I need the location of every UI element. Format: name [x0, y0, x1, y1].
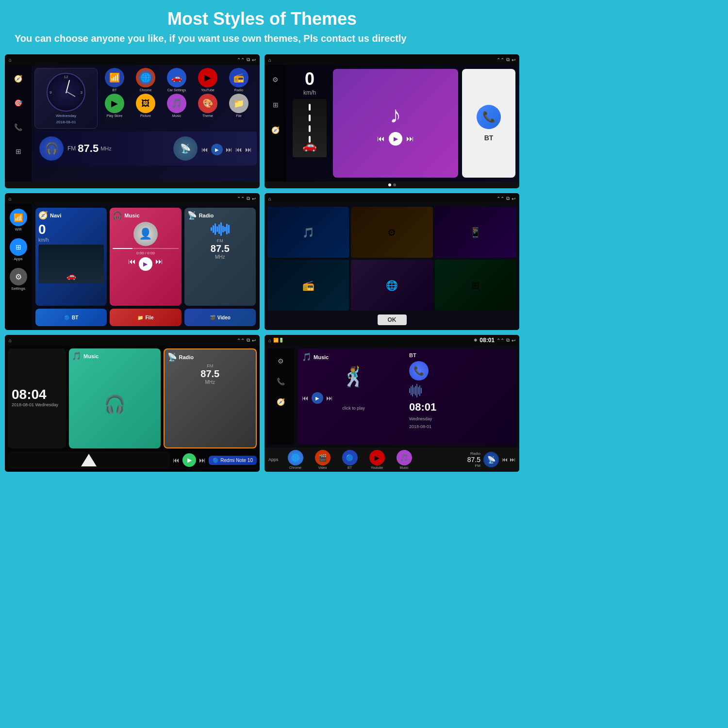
theme-thumb-6[interactable]: ⊞ [435, 260, 516, 311]
home-icon-6[interactable]: ⌂ [268, 338, 271, 343]
radio-widget-s5[interactable]: 📡 Radio FM 87.5 MHz [164, 348, 257, 448]
s6-settings-icon[interactable]: ⚙ [273, 353, 289, 369]
settings-icon-s3[interactable]: ⚙ [10, 268, 27, 285]
picture-icon-circle: 🖼 [136, 94, 155, 113]
app-play-store[interactable]: ▶ Play Store [100, 94, 129, 117]
app-radio[interactable]: 📻 Radio [225, 68, 253, 92]
mc-prev-btn[interactable]: ⏮ [377, 134, 385, 143]
window-icon[interactable]: ⧉ [247, 57, 250, 63]
dock-video[interactable]: 🎬 Video [311, 450, 335, 469]
navi-icon-s2[interactable]: 🧭 [268, 122, 283, 138]
s5-prev-btn[interactable]: ⏮ [173, 456, 180, 464]
music-title-row-2: 🎧 Music [113, 211, 178, 220]
expand-icon-6[interactable]: ⌃⌃ [496, 338, 504, 343]
app-car-settings[interactable]: 🚗 Car Settings [163, 68, 191, 92]
back-icon-5[interactable]: ↩ [252, 338, 256, 343]
play-btn[interactable]: ▶ [211, 144, 223, 155]
mc-next-btn[interactable]: ⏭ [406, 134, 414, 143]
dock-music-icon: 🎵 [397, 450, 412, 465]
phone-icon-bt[interactable]: 📞 [477, 105, 501, 129]
s6-music-click[interactable]: click to play [302, 406, 405, 411]
navi-sidebar-icon[interactable]: 🧭 [11, 71, 26, 86]
back-icon[interactable]: ↩ [252, 57, 256, 63]
theme-thumb-3[interactable]: 📱 [435, 207, 516, 258]
prev-btn-2[interactable]: ⏮ [235, 146, 242, 153]
expand-icon-3[interactable]: ⌃⌃ [237, 196, 245, 201]
expand-icon-2[interactable]: ⌃⌃ [496, 57, 504, 63]
back-icon-3[interactable]: ↩ [252, 196, 256, 201]
music-card-purple[interactable]: ♪ ⏮ ▶ ⏭ [333, 69, 458, 178]
mc-play-btn[interactable]: ▶ [389, 132, 402, 146]
dock-radio-icon[interactable]: 📡 [483, 452, 499, 467]
app-chrome[interactable]: 🌐 Chrome [132, 68, 160, 92]
prev-track-btn[interactable]: ⏮ [201, 146, 208, 153]
theme-thumb-5[interactable]: 🌐 [351, 260, 432, 311]
s6-next-btn[interactable]: ⏭ [326, 394, 333, 402]
dock-youtube[interactable]: ▶ Youtube [365, 450, 389, 469]
s5-next-btn[interactable]: ⏭ [199, 456, 206, 464]
home-icon-4[interactable]: ⌂ [268, 196, 271, 201]
theme-thumb-4[interactable]: 📻 [267, 260, 349, 311]
dock-chrome[interactable]: 🌐 Chrome [283, 450, 308, 469]
dock-prev-btn[interactable]: ⏮ [502, 456, 508, 463]
window-icon-6[interactable]: ⧉ [506, 337, 510, 343]
settings-sidebar-icon[interactable]: 🎯 [11, 95, 26, 111]
grid-sidebar-icon[interactable]: ⊞ [11, 144, 26, 159]
settings-icon-s2[interactable]: ⚙ [268, 72, 283, 87]
screen-card-4: ⌂ ⌃⌃ ⧉ ↩ 🎵 ⚙ 📱 📻 [265, 193, 519, 330]
music-icon-s5: 🎵 [72, 351, 82, 361]
next-track-btn[interactable]: ⏭ [226, 146, 232, 153]
next-btn-2[interactable]: ⏭ [245, 146, 252, 153]
fm-freq: 87.5 [78, 142, 99, 155]
s5-play-btn[interactable]: ▶ [182, 453, 196, 467]
dock-bt[interactable]: 🔵 BT [338, 450, 362, 469]
s6-play-btn[interactable]: ▶ [312, 392, 323, 404]
phone-sidebar-icon[interactable]: 📞 [11, 119, 26, 135]
file-button-s3[interactable]: 📁 File [110, 309, 181, 326]
app-theme[interactable]: 🎨 Theme [194, 94, 222, 117]
music-play-btn[interactable]: ▶ [139, 257, 152, 271]
radio-card-2[interactable]: 📡 Radio [184, 208, 256, 306]
status-bar-right-4: ⌃⌃ ⧉ ↩ [496, 196, 515, 201]
dock-next-btn[interactable]: ⏭ [510, 456, 515, 463]
video-button-s3[interactable]: 🎬 Video [184, 309, 256, 326]
window-icon-3[interactable]: ⧉ [247, 196, 250, 201]
s6-phone-icon[interactable]: 📞 [273, 374, 289, 389]
music-next-btn[interactable]: ⏭ [155, 257, 163, 271]
status-bar-right-6: ✱ 08:01 ⌃⌃ ⧉ ↩ [474, 337, 515, 344]
apps-icon[interactable]: ⊞ [10, 238, 27, 256]
grid-icon-s2[interactable]: ⊞ [268, 97, 283, 113]
home-icon-5[interactable]: ⌂ [9, 338, 12, 343]
app-youtube[interactable]: ▶ YouTube [194, 68, 222, 92]
expand-icon-5[interactable]: ⌃⌃ [237, 338, 245, 343]
back-icon-2[interactable]: ↩ [512, 57, 515, 63]
home-icon[interactable]: ⌂ [9, 57, 12, 63]
bt-badge-s5[interactable]: 🔵 Redmi Note 10 [209, 456, 257, 465]
window-icon-2[interactable]: ⧉ [506, 57, 510, 63]
s6-phone-circle[interactable]: 📞 [409, 361, 429, 381]
music-card-2[interactable]: 🎧 Music 👤 0:00 / 0:00 ⏮ ▶ ⏭ [110, 208, 181, 306]
expand-icon-4[interactable]: ⌃⌃ [496, 196, 504, 201]
app-music[interactable]: 🎵 Music [163, 94, 191, 117]
expand-icon[interactable]: ⌃⌃ [237, 57, 245, 63]
app-picture[interactable]: 🖼 Picture [132, 94, 160, 117]
dock-music[interactable]: 🎵 Music [392, 450, 416, 469]
s6-prev-btn[interactable]: ⏮ [302, 394, 309, 402]
window-icon-4[interactable]: ⧉ [506, 196, 510, 201]
music-widget-teal[interactable]: 🎵 Music 🎧 [69, 348, 161, 448]
back-icon-4[interactable]: ↩ [512, 196, 515, 201]
home-icon-3[interactable]: ⌂ [9, 196, 12, 201]
wifi-icon[interactable]: 📶 [10, 209, 27, 226]
window-icon-5[interactable]: ⧉ [247, 337, 250, 343]
back-icon-6[interactable]: ↩ [512, 338, 515, 343]
home-icon-2[interactable]: ⌂ [268, 57, 271, 63]
music-prev-btn[interactable]: ⏮ [128, 257, 136, 271]
ok-button[interactable]: OK [378, 314, 407, 325]
navi-card[interactable]: 🧭 Navi 0 km/h 🚗 [35, 208, 107, 306]
app-bt[interactable]: 📶 BT [100, 68, 129, 92]
theme-thumb-1[interactable]: 🎵 [267, 207, 349, 258]
s6-navi-icon[interactable]: 🧭 [273, 394, 289, 410]
app-file[interactable]: 📁 File [225, 94, 253, 117]
bt-button-s3[interactable]: 🔵 BT [35, 309, 107, 326]
theme-thumb-2[interactable]: ⚙ [351, 207, 432, 258]
